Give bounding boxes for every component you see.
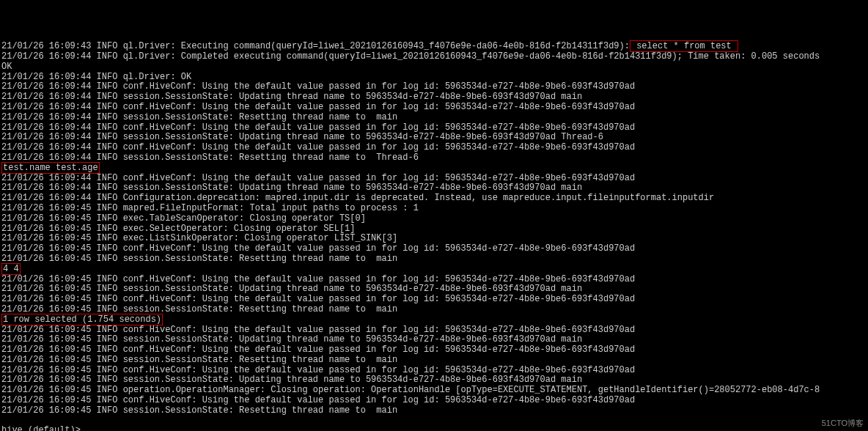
highlighted-query: select * from test bbox=[630, 40, 738, 52]
log-line: 21/01/26 16:09:44 INFO ql.Driver: Comple… bbox=[1, 52, 867, 62]
log-line: 21/01/26 16:09:44 INFO conf.HiveConf: Us… bbox=[1, 103, 867, 113]
log-line: 21/01/26 16:09:43 INFO ql.Driver: Execut… bbox=[1, 42, 867, 52]
log-line: 21/01/26 16:09:45 INFO conf.HiveConf: Us… bbox=[1, 295, 867, 305]
log-line: test.name test.age bbox=[1, 163, 867, 174]
log-line: 21/01/26 16:09:45 INFO exec.ListSinkOper… bbox=[1, 234, 867, 244]
log-line: 21/01/26 16:09:45 INFO operation.Operati… bbox=[1, 386, 867, 396]
log-line: 21/01/26 16:09:45 INFO exec.TableScanOpe… bbox=[1, 214, 867, 224]
highlighted-output: 4 4 bbox=[1, 263, 21, 275]
log-line: 21/01/26 16:09:44 INFO session.SessionSt… bbox=[1, 153, 867, 163]
log-line: 21/01/26 16:09:44 INFO session.SessionSt… bbox=[1, 92, 867, 103]
log-line: 21/01/26 16:09:44 INFO session.SessionSt… bbox=[1, 183, 867, 194]
log-line: 21/01/26 16:09:45 INFO session.SessionSt… bbox=[1, 284, 867, 295]
log-line: 4 4 bbox=[1, 265, 867, 275]
hive-prompt[interactable]: hive (default)> bbox=[1, 425, 81, 431]
log-line: 21/01/26 16:09:45 INFO mapred.FileInputF… bbox=[1, 204, 867, 214]
log-line: 21/01/26 16:09:44 INFO conf.HiveConf: Us… bbox=[1, 123, 867, 133]
highlighted-output: test.name test.age bbox=[1, 162, 100, 174]
log-line: 21/01/26 16:09:45 INFO session.SessionSt… bbox=[1, 335, 867, 345]
log-line: 21/01/26 16:09:45 INFO session.SessionSt… bbox=[1, 375, 867, 386]
log-line: 21/01/26 16:09:45 INFO conf.HiveConf: Us… bbox=[1, 325, 867, 336]
highlighted-output: 1 row selected (1.754 seconds) bbox=[1, 314, 163, 325]
watermark: 51CTO博客 bbox=[822, 419, 864, 428]
terminal-output: 21/01/26 16:09:43 INFO ql.Driver: Execut… bbox=[1, 42, 867, 416]
log-line: 1 row selected (1.754 seconds) bbox=[1, 315, 867, 325]
log-line: 21/01/26 16:09:44 INFO conf.HiveConf: Us… bbox=[1, 174, 867, 184]
log-line: 21/01/26 16:09:45 INFO conf.HiveConf: Us… bbox=[1, 366, 867, 376]
log-line: 21/01/26 16:09:44 INFO conf.HiveConf: Us… bbox=[1, 82, 867, 92]
log-line: 21/01/26 16:09:44 INFO session.SessionSt… bbox=[1, 133, 867, 143]
log-line: 21/01/26 16:09:45 INFO session.SessionSt… bbox=[1, 406, 867, 416]
log-line: 21/01/26 16:09:44 INFO conf.HiveConf: Us… bbox=[1, 143, 867, 153]
log-line: 21/01/26 16:09:44 INFO session.SessionSt… bbox=[1, 113, 867, 123]
log-line: 21/01/26 16:09:45 INFO session.SessionSt… bbox=[1, 254, 867, 265]
log-line: 21/01/26 16:09:45 INFO conf.HiveConf: Us… bbox=[1, 345, 867, 356]
log-line: 21/01/26 16:09:45 INFO session.SessionSt… bbox=[1, 356, 867, 366]
log-line: 21/01/26 16:09:44 INFO ql.Driver: OK bbox=[1, 73, 867, 83]
log-line: OK bbox=[1, 62, 867, 73]
log-line: 21/01/26 16:09:44 INFO Configuration.dep… bbox=[1, 194, 867, 204]
log-line: 21/01/26 16:09:45 INFO conf.HiveConf: Us… bbox=[1, 275, 867, 285]
log-line: 21/01/26 16:09:45 INFO exec.SelectOperat… bbox=[1, 224, 867, 235]
log-line: 21/01/26 16:09:45 INFO conf.HiveConf: Us… bbox=[1, 396, 867, 406]
log-line: 21/01/26 16:09:45 INFO conf.HiveConf: Us… bbox=[1, 244, 867, 254]
